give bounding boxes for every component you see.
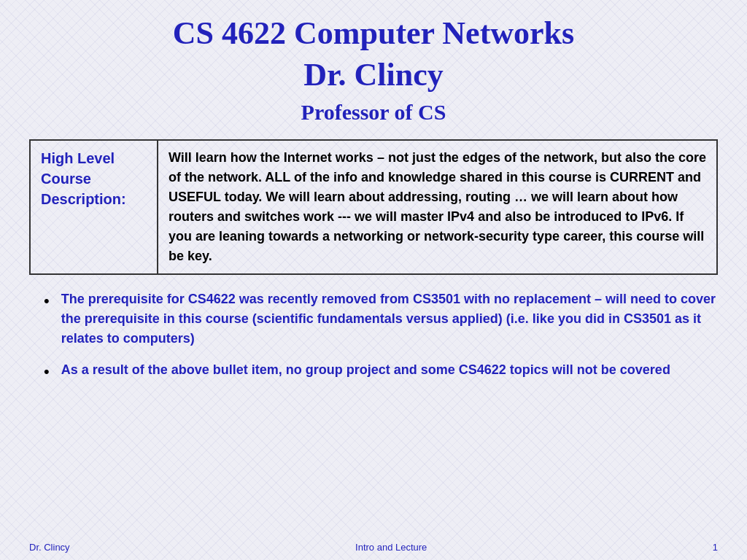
- footer-center: Intro and Lecture: [355, 542, 427, 553]
- table-content-cell: Will learn how the Internet works – not …: [158, 140, 717, 274]
- bullet-item-2: • As a result of the above bullet item, …: [44, 360, 718, 384]
- label-line1: High Level: [41, 150, 115, 166]
- label-line2: Course: [41, 171, 91, 187]
- footer-left: Dr. Clincy: [29, 542, 70, 553]
- bullet-item-1: • The prerequisite for CS4622 was recent…: [44, 289, 718, 349]
- bullet-text-1: The prerequisite for CS4622 was recently…: [61, 289, 718, 349]
- label-line3: Description:: [41, 191, 126, 207]
- bullet-dot-2: •: [44, 361, 50, 384]
- bullet-text-2: As a result of the above bullet item, no…: [61, 360, 670, 380]
- bullet-section: • The prerequisite for CS4622 was recent…: [29, 289, 718, 536]
- slide-header: CS 4622 Computer Networks Dr. Clincy Pro…: [29, 15, 718, 126]
- slide: CS 4622 Computer Networks Dr. Clincy Pro…: [0, 0, 747, 560]
- table-row: High Level Course Description: Will lear…: [30, 140, 717, 274]
- bullet-dot-1: •: [44, 290, 50, 313]
- footer: Dr. Clincy Intro and Lecture 1: [29, 536, 718, 553]
- table-label-cell: High Level Course Description:: [30, 140, 158, 274]
- footer-right: 1: [713, 542, 718, 553]
- title-line2: Dr. Clincy: [29, 56, 718, 95]
- title-line1: CS 4622 Computer Networks: [29, 15, 718, 53]
- description-table: High Level Course Description: Will lear…: [29, 139, 718, 275]
- title-line3: Professor of CS: [29, 98, 718, 126]
